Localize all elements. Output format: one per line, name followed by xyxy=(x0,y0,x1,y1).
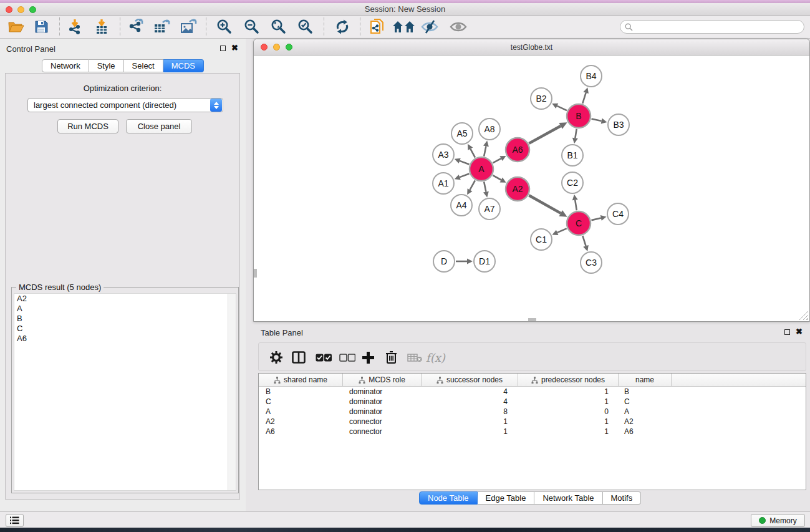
column-header-successor-nodes[interactable]: successor nodes xyxy=(422,374,518,386)
zoom-in-icon[interactable] xyxy=(215,17,234,36)
tab-network[interactable]: Network xyxy=(42,59,89,72)
run-mcds-button[interactable]: Run MCDS xyxy=(57,119,118,133)
cell-successor-nodes[interactable]: 1 xyxy=(422,427,518,437)
cell-mcds-role[interactable]: connector xyxy=(343,427,422,437)
export-image-icon[interactable] xyxy=(178,17,198,36)
close-window-button[interactable] xyxy=(6,6,12,13)
zoom-out-icon[interactable] xyxy=(242,17,262,36)
export-network-icon[interactable] xyxy=(125,17,145,36)
column-header-mcds-role[interactable]: MCDS role xyxy=(343,374,422,386)
zoom-selected-icon[interactable] xyxy=(296,17,316,36)
list-item[interactable]: B xyxy=(14,314,236,324)
cell-successor-nodes[interactable]: 1 xyxy=(422,417,518,427)
cell-name[interactable]: A2 xyxy=(619,417,672,427)
mcds-result-list[interactable]: A2 A B C A6 xyxy=(14,293,236,491)
cell-mcds-role[interactable]: dominator xyxy=(343,387,422,397)
cell-shared-name[interactable]: A2 xyxy=(259,417,343,427)
network-window-titlebar[interactable]: testGlobe.txt xyxy=(254,39,809,56)
cell-predecessor-nodes[interactable]: 1 xyxy=(518,427,619,437)
edge-A-A1[interactable] xyxy=(460,173,469,177)
column-header-name[interactable]: name xyxy=(619,374,672,386)
cell-name[interactable]: B xyxy=(619,387,672,397)
minimize-window-button[interactable] xyxy=(17,6,24,13)
import-table-icon[interactable] xyxy=(92,17,112,36)
add-column-icon[interactable] xyxy=(362,349,375,365)
edge-A2-C[interactable] xyxy=(529,195,561,213)
tab-select[interactable]: Select xyxy=(124,59,163,72)
delete-table-icon[interactable] xyxy=(407,349,422,365)
vertical-scrollbar-thumb[interactable] xyxy=(254,269,257,278)
close-panel-icon[interactable]: ✖ xyxy=(796,329,803,335)
table-row[interactable]: B dominator 4 1 B xyxy=(259,387,806,397)
edge-B-B4[interactable] xyxy=(582,93,586,104)
result-list-scrollbar[interactable] xyxy=(228,294,236,490)
edge-B-B1[interactable] xyxy=(575,129,576,138)
show-panels-list-button[interactable] xyxy=(6,514,24,527)
search-field[interactable] xyxy=(620,20,804,34)
edge-C-C2[interactable] xyxy=(575,200,577,211)
delete-columns-trash-icon[interactable] xyxy=(385,349,397,365)
show-graphics-details-icon[interactable] xyxy=(448,17,468,36)
column-header-predecessor-nodes[interactable]: predecessor nodes xyxy=(518,374,619,386)
zoom-fit-icon[interactable] xyxy=(269,17,289,36)
cell-name[interactable]: A6 xyxy=(619,427,672,437)
edge-A6-B[interactable] xyxy=(529,126,561,143)
cell-predecessor-nodes[interactable]: 1 xyxy=(518,387,619,397)
list-item[interactable]: A xyxy=(14,304,236,314)
deselect-all-checkboxes-icon[interactable] xyxy=(339,349,355,365)
float-panel-icon[interactable] xyxy=(784,329,790,335)
tab-edge-table[interactable]: Edge Table xyxy=(478,491,535,505)
cell-predecessor-nodes[interactable]: 0 xyxy=(518,407,619,417)
function-builder-icon[interactable]: f(x) xyxy=(426,349,445,365)
tab-node-table[interactable]: Node Table xyxy=(419,491,478,505)
tab-network-table[interactable]: Network Table xyxy=(534,491,602,505)
float-panel-icon[interactable] xyxy=(220,46,226,51)
edge-A-A7[interactable] xyxy=(484,182,486,192)
close-network-window-button[interactable] xyxy=(261,44,268,51)
cell-name[interactable]: A xyxy=(619,407,672,417)
table-row[interactable]: A dominator 8 0 A xyxy=(259,407,806,417)
list-item[interactable]: C xyxy=(14,324,236,334)
table-settings-gear-icon[interactable] xyxy=(269,349,283,365)
clone-network-icon[interactable] xyxy=(367,17,387,36)
edge-C-C4[interactable] xyxy=(591,218,600,220)
edge-A-A6[interactable] xyxy=(493,158,501,163)
cell-mcds-role[interactable]: connector xyxy=(343,417,422,427)
memory-button[interactable]: Memory xyxy=(751,514,805,527)
network-canvas[interactable]: B4B2BB3A8A5A6A3B1AC2A1A2A4A7C4CC1DD1C3 xyxy=(254,56,809,321)
save-session-icon[interactable] xyxy=(31,17,51,36)
search-input[interactable] xyxy=(633,21,804,32)
minimize-network-window-button[interactable] xyxy=(273,44,280,51)
network-overview-icon[interactable] xyxy=(392,17,417,36)
close-panel-button[interactable]: Close panel xyxy=(126,119,192,133)
table-row[interactable]: C dominator 4 1 C xyxy=(259,397,806,407)
cell-shared-name[interactable]: B xyxy=(259,387,343,397)
edge-C-C1[interactable] xyxy=(557,228,567,233)
zoom-network-window-button[interactable] xyxy=(286,44,292,51)
tab-motifs[interactable]: Motifs xyxy=(603,491,642,505)
horizontal-scrollbar-thumb[interactable] xyxy=(528,318,536,321)
select-all-checkboxes-icon[interactable] xyxy=(316,349,332,365)
export-table-icon[interactable] xyxy=(152,17,171,36)
edge-A-A5[interactable] xyxy=(470,149,475,158)
edge-A-A4[interactable] xyxy=(470,180,475,190)
zoom-window-button[interactable] xyxy=(29,6,36,13)
cell-predecessor-nodes[interactable]: 1 xyxy=(518,417,619,427)
table-row[interactable]: A6 connector 1 1 A6 xyxy=(259,427,806,437)
cell-successor-nodes[interactable]: 8 xyxy=(422,407,518,417)
edge-B-B2[interactable] xyxy=(557,106,567,110)
tab-style[interactable]: Style xyxy=(89,59,124,72)
column-header-shared-name[interactable]: shared name xyxy=(259,374,343,386)
cell-shared-name[interactable]: C xyxy=(259,397,343,407)
cell-mcds-role[interactable]: dominator xyxy=(343,407,422,417)
cell-successor-nodes[interactable]: 4 xyxy=(422,397,518,407)
edge-A-A2[interactable] xyxy=(493,175,501,180)
cell-mcds-role[interactable]: dominator xyxy=(343,397,422,407)
list-item[interactable]: A6 xyxy=(14,334,236,344)
edge-B-B3[interactable] xyxy=(592,118,602,121)
table-row[interactable]: A2 connector 1 1 A2 xyxy=(259,417,806,427)
cell-successor-nodes[interactable]: 4 xyxy=(422,387,518,397)
edge-A-A8[interactable] xyxy=(484,146,486,156)
criterion-dropdown[interactable]: largest connected component (directed) xyxy=(27,98,223,112)
edge-A-A3[interactable] xyxy=(460,161,469,165)
